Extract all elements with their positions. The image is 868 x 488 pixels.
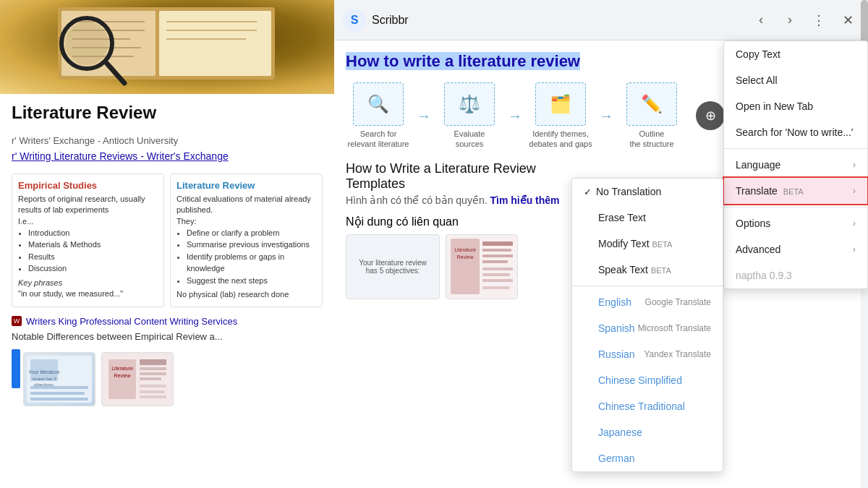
litreview-card-list: Define or clarify a problem Summarise pr… <box>176 227 316 287</box>
litreview-card: Literature Review Critical evaluations o… <box>170 174 323 307</box>
menu-item-open-new-tab[interactable]: Open in New Tab <box>724 93 867 119</box>
related-thumb-1: Your literature reviewhas 5 objectives: <box>346 234 440 299</box>
thumb-1: Your literature review has 5 objectives: <box>23 352 95 406</box>
submenu-lang-japanese[interactable]: Japanese <box>572 419 723 445</box>
flow-label-4: Outlinethe structure <box>629 129 673 150</box>
menu-item-naptha-version: naptha 0.9.3 <box>724 262 867 288</box>
svg-rect-32 <box>140 395 166 398</box>
svg-point-12 <box>65 22 109 65</box>
submenu-modify-text[interactable]: Modify Text BETA <box>572 231 723 257</box>
translate-submenu: ✓ No Translation Erase Text Modify Text … <box>571 178 723 472</box>
flow-arrow-1: → <box>417 108 431 124</box>
focus-button[interactable]: ⊕ <box>696 101 725 130</box>
menu-separator-2 <box>724 207 867 207</box>
svg-rect-27 <box>140 367 166 370</box>
result2-favicon: W <box>12 316 22 326</box>
flow-label-2: Evaluatesources <box>454 129 485 150</box>
svg-rect-19 <box>30 386 88 389</box>
check-icon: ✓ <box>584 187 592 197</box>
svg-rect-37 <box>482 241 513 246</box>
svg-rect-40 <box>482 260 508 263</box>
empirical-card-title: Empirical Studies <box>18 180 158 191</box>
empirical-card-list: Introduction Materials & Methods Results… <box>18 227 158 275</box>
result1-heading: Literature Review <box>12 103 323 124</box>
svg-text:Your literature: Your literature <box>28 369 59 374</box>
outline-flow-icon: ✏️ <box>626 82 677 126</box>
svg-rect-42 <box>482 273 510 276</box>
options-arrow-icon: › <box>853 218 856 228</box>
evaluate-flow-icon: ⚖️ <box>444 82 495 126</box>
menu-item-options[interactable]: Options › <box>724 210 867 236</box>
litreview-nophysical: No physical (lab) research done <box>176 289 316 300</box>
flow-label-3: Identify themes,debates and gaps <box>529 129 592 150</box>
back-button[interactable]: ‹ <box>749 9 773 32</box>
svg-rect-41 <box>482 267 513 270</box>
result2-title: Notable Differences between Empirical Re… <box>0 330 334 346</box>
flow-arrow-3: → <box>599 108 613 124</box>
menu-item-advanced[interactable]: Advanced › <box>724 236 867 262</box>
result1-title-box: Literature Review <box>0 94 334 132</box>
submenu-lang-russian[interactable]: Russian Yandex Translate <box>572 341 723 367</box>
submenu-lang-chinese-simplified[interactable]: Chinese Simplified <box>572 367 723 393</box>
svg-rect-2 <box>159 11 271 76</box>
forward-button[interactable]: › <box>778 9 801 32</box>
flow-step-3: 🗂️ Identify themes,debates and gaps <box>528 82 593 150</box>
svg-text:Review: Review <box>114 373 132 378</box>
search-results-panel: Literature Review r' Writers' Exchange -… <box>0 0 334 488</box>
result2-row[interactable]: W Writers King Professional Content Writ… <box>0 313 334 330</box>
svg-text:Literature: Literature <box>454 247 476 252</box>
book-illustration <box>0 0 334 94</box>
translate-arrow-icon: › <box>853 186 856 196</box>
svg-rect-43 <box>482 279 513 282</box>
menu-item-language[interactable]: Language › <box>724 152 867 178</box>
advanced-arrow-icon: › <box>853 244 856 254</box>
menu-item-translate[interactable]: Translate BETA › <box>724 178 867 204</box>
svg-rect-39 <box>482 254 513 257</box>
language-arrow-icon: › <box>853 160 856 170</box>
translate-beta-badge: BETA <box>783 187 804 196</box>
flow-step-1: 🔍 Search forrelevant literature <box>346 82 411 150</box>
submenu-lang-german[interactable]: German <box>572 445 723 471</box>
submenu-speak-text[interactable]: Speak Text BETA <box>572 257 723 283</box>
menu-item-select-all[interactable]: Select All <box>724 67 867 93</box>
menu-item-copy-text[interactable]: Copy Text <box>724 41 867 67</box>
submenu-erase-text[interactable]: Erase Text <box>572 205 723 231</box>
empirical-phrase: Key phrases <box>18 278 158 288</box>
svg-rect-31 <box>140 390 165 393</box>
submenu-lang-spanish[interactable]: Spanish Microsoft Translate <box>572 315 723 341</box>
flow-step-4: ✏️ Outlinethe structure <box>619 82 684 150</box>
flow-label-1: Search forrelevant literature <box>348 129 409 150</box>
result-image-top <box>0 0 334 94</box>
related-thumb-2: Literature Review <box>446 234 518 299</box>
result1-source: r' Writers' Exchange - Antioch Universit… <box>0 132 334 149</box>
svg-rect-30 <box>140 385 166 388</box>
submenu-lang-chinese-traditional[interactable]: Chinese Traditional <box>572 393 723 419</box>
svg-rect-21 <box>30 398 88 401</box>
empirical-card-text: Reports of original research, usually re… <box>18 194 158 216</box>
learn-more-link[interactable]: Tìm hiểu thêm <box>490 194 559 206</box>
result2-link[interactable]: Writers King Professional Content Writin… <box>26 316 237 327</box>
browser-toolbar: S Scribbr ‹ › ⋮ ✕ <box>334 0 868 40</box>
submenu-lang-english[interactable]: English Google Translate <box>572 289 723 315</box>
result1-cards: Empirical Studies Reports of original re… <box>0 168 334 313</box>
browser-logo: S <box>343 9 366 32</box>
blue-accent-bar <box>12 349 20 388</box>
close-button[interactable]: ✕ <box>836 9 859 32</box>
submenu-no-translation[interactable]: ✓ No Translation <box>572 179 723 205</box>
menu-item-search-for[interactable]: Search for 'Now to write...' <box>724 119 867 145</box>
thumb-2: Literature Review <box>101 352 174 406</box>
browser-title: Scribbr <box>372 14 744 27</box>
empirical-card-ie: I.e... <box>18 216 158 227</box>
svg-text:Literature: Literature <box>111 366 133 371</box>
more-button[interactable]: ⋮ <box>807 9 830 32</box>
result1-link[interactable]: r' Writing Literature Reviews - Writer's… <box>0 149 334 168</box>
identify-flow-icon: 🗂️ <box>535 82 586 126</box>
empirical-card: Empirical Studies Reports of original re… <box>12 174 164 307</box>
litreview-card-title: Literature Review <box>176 180 316 191</box>
svg-rect-38 <box>482 249 511 252</box>
flow-step-2: ⚖️ Evaluatesources <box>437 82 502 150</box>
modify-beta-badge: BETA <box>652 240 672 249</box>
svg-text:Review: Review <box>456 254 474 260</box>
flow-arrow-2: → <box>508 108 522 124</box>
menu-separator-1 <box>724 148 867 149</box>
